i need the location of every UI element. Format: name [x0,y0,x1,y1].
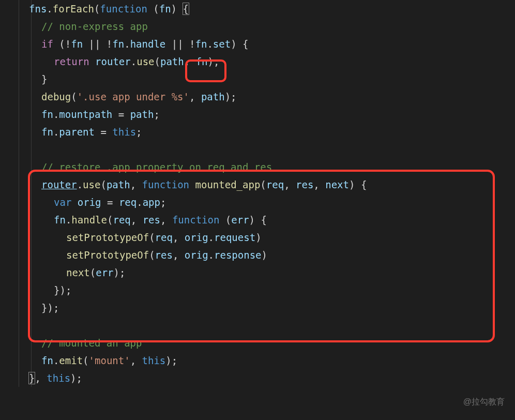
token: function [100,3,147,14]
token-link[interactable]: router [41,179,77,190]
token: ) [255,232,261,243]
bracket-match-icon: { [183,3,189,15]
token: fn [41,109,53,120]
token: . [53,109,59,120]
token: ( [90,267,96,278]
token: ( [260,179,266,190]
blank-line[interactable] [4,317,515,334]
code-line[interactable]: fn.handle(req, res, function (err) { [4,211,515,229]
code-line[interactable]: setPrototypeOf(req, orig.request) [4,229,515,246]
token: , [173,249,185,261]
token: ); [70,372,82,384]
code-line[interactable]: }, this); [4,369,515,387]
token: . [207,38,213,50]
token: ( [147,3,159,14]
code-line[interactable]: // non-express app [4,18,515,35]
token: response [214,249,262,261]
token: emit [59,355,83,366]
token: , [173,232,185,243]
token: err [231,214,249,226]
token: fn [54,214,66,226]
code-line[interactable]: if (!fn || !fn.handle || !fn.set) { [4,35,515,53]
token: = [112,109,130,120]
token: || ! [165,38,195,50]
code-line[interactable]: }); [4,281,515,299]
token: , [184,56,196,67]
code-line[interactable]: next(err); [4,264,515,281]
comment: // non-express app [41,21,148,32]
token: ) [171,3,183,14]
token: req [113,214,130,226]
code-line[interactable]: router.use(path, function mounted_app(re… [4,176,515,193]
token: res [143,214,160,226]
token: this [112,126,136,138]
token: . [66,214,71,226]
code-editor[interactable]: fns.forEach(function (fn) { // non-expre… [0,0,515,387]
token: orig [185,232,208,243]
token: ); [208,56,220,67]
token: ); [225,91,237,102]
token: ) { [231,38,248,50]
token: function [172,214,220,226]
token: ( [149,249,155,261]
token: this [142,355,166,366]
comment: // restore .app property on req and res [41,161,272,173]
token: ( [107,214,113,226]
code-line[interactable]: }); [4,299,515,317]
token: ( [83,355,88,366]
token: }); [54,284,71,296]
token: next [325,179,349,190]
code-line[interactable]: debug('.use app under %s', path); [4,88,515,106]
token: ; [160,197,166,208]
token: req [155,232,173,243]
token: , [313,179,325,190]
token: , [284,179,296,190]
token: path [201,91,225,102]
token: ; [154,109,159,120]
token: ) { [349,179,367,190]
token: . [53,355,59,366]
code-line[interactable]: // restore .app property on req and res [4,158,515,176]
token: , [130,179,142,190]
code-line[interactable]: setPrototypeOf(res, orig.response) [4,246,515,264]
token: , [160,214,172,226]
token [189,179,195,190]
code-line[interactable]: } [4,70,515,88]
token: res [296,179,313,190]
code-line[interactable]: fns.forEach(function (fn) { [4,0,515,18]
token: forEach [53,3,94,14]
code-line[interactable]: return router.use(path, fn); [4,53,515,70]
token: set [213,38,231,50]
code-line[interactable]: fn.emit('mount', this); [4,352,515,369]
code-line[interactable]: var orig = req.app; [4,193,515,211]
token: fn [195,38,207,50]
code-line[interactable]: fn.parent = this; [4,123,515,141]
code-line[interactable]: // mounted an app [4,334,515,352]
token: request [214,232,255,243]
token: fn [196,56,208,67]
token: . [137,197,142,208]
token: handle [130,38,166,50]
token: return [54,56,89,67]
token: fn [71,38,83,50]
token [89,56,95,67]
token: ( [94,3,100,14]
token: , [131,214,143,226]
token: err [96,267,113,278]
code-line[interactable]: fn.mountpath = path; [4,106,515,123]
token: next [66,267,90,278]
token: fn [159,3,171,14]
token: , [189,91,201,102]
token: ( [149,232,155,243]
token: setPrototypeOf [66,249,149,261]
token: orig [185,249,208,261]
token: this [47,372,70,384]
token: || ! [83,38,112,50]
token: setPrototypeOf [66,232,149,243]
token: use [137,56,154,67]
blank-line[interactable] [4,141,515,158]
token: mounted_app [195,179,261,190]
watermark: @拉勾教育 [463,393,505,411]
token: mountpath [59,109,112,120]
token: parent [59,126,95,138]
